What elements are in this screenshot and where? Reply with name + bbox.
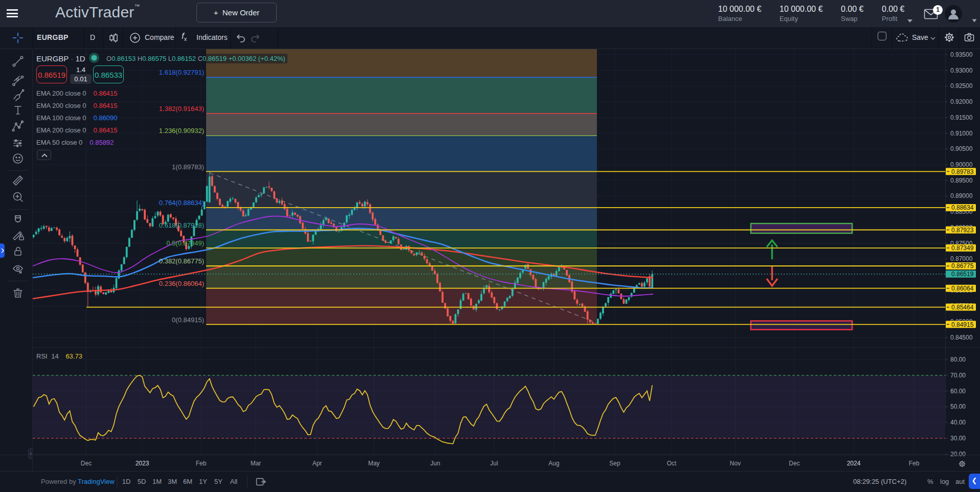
svg-text:0.89783: 0.89783	[951, 168, 974, 175]
svg-text:1.382(0.91643): 1.382(0.91643)	[159, 105, 204, 113]
svg-text:0.88634: 0.88634	[951, 204, 974, 211]
svg-text:0.85464: 0.85464	[951, 304, 974, 311]
svg-text:0.764(0.88634): 0.764(0.88634)	[159, 199, 204, 207]
svg-text:1.618(0.92791): 1.618(0.92791)	[159, 69, 204, 76]
svg-text:0.86064: 0.86064	[951, 285, 974, 292]
svg-text:0.84915: 0.84915	[951, 321, 974, 328]
svg-text:0.92500: 0.92500	[950, 82, 973, 90]
svg-text:0.382(0.86775): 0.382(0.86775)	[159, 257, 204, 265]
svg-text:0.90500: 0.90500	[950, 145, 973, 152]
svg-text:0.91000: 0.91000	[950, 130, 973, 137]
svg-text:0.93000: 0.93000	[950, 67, 973, 74]
svg-text:0.86519: 0.86519	[951, 271, 974, 278]
svg-text:0.91500: 0.91500	[950, 114, 973, 121]
svg-text:0.93500: 0.93500	[950, 51, 973, 58]
svg-text:0.86775: 0.86775	[951, 262, 974, 270]
svg-text:60.00: 60.00	[950, 388, 966, 395]
svg-text:0.87000: 0.87000	[950, 255, 973, 262]
svg-text:40.00: 40.00	[950, 419, 966, 426]
svg-text:0.87923: 0.87923	[951, 227, 974, 234]
svg-text:1.236(0.90932): 1.236(0.90932)	[159, 127, 204, 135]
svg-text:0.618(0.87928): 0.618(0.87928)	[159, 221, 204, 229]
svg-text:0.87349: 0.87349	[951, 244, 974, 252]
svg-text:0.92000: 0.92000	[950, 98, 973, 105]
svg-text:1(0.89783): 1(0.89783)	[172, 163, 204, 171]
svg-text:0.89000: 0.89000	[950, 192, 973, 199]
svg-text:80.00: 80.00	[950, 356, 966, 363]
svg-text:0.90000: 0.90000	[950, 161, 973, 168]
svg-text:0(0.84915): 0(0.84915)	[172, 316, 204, 324]
svg-text:30.00: 30.00	[950, 435, 966, 442]
svg-text:0.84500: 0.84500	[950, 334, 973, 341]
svg-text:0.236(0.86064): 0.236(0.86064)	[159, 280, 204, 287]
svg-text:50.00: 50.00	[950, 403, 966, 410]
svg-text:0.5(0.87349): 0.5(0.87349)	[166, 239, 204, 247]
svg-text:70.00: 70.00	[950, 372, 966, 379]
svg-text:0.89500: 0.89500	[950, 177, 973, 184]
